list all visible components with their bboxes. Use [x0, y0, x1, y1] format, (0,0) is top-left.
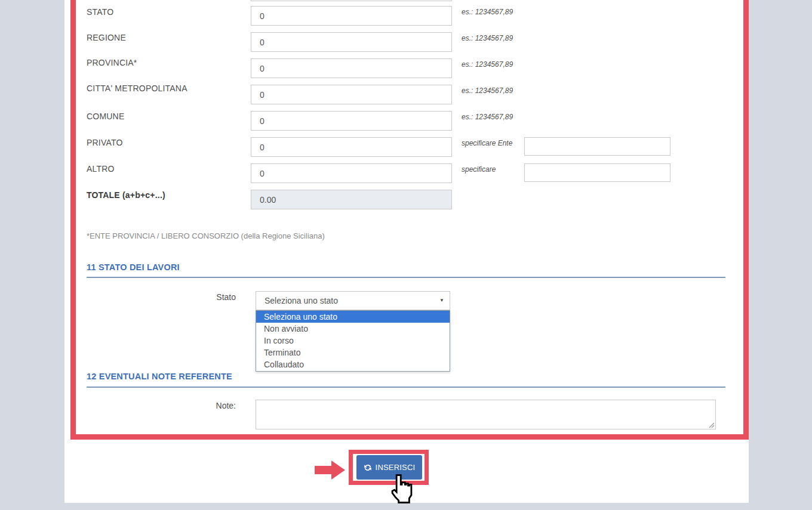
- option-seleziona-uno-stato[interactable]: Seleziona uno stato: [256, 311, 450, 323]
- field-label-altro: ALTRO: [87, 164, 245, 174]
- hint-comune: es.: 1234567,89: [462, 113, 513, 121]
- field-label-citta-metropolitana: CITTA' METROPOLITANA: [87, 84, 245, 93]
- hint-stato: es.: 1234567,89: [462, 8, 513, 16]
- section-divider: [87, 277, 725, 278]
- option-terminato[interactable]: Terminato: [256, 347, 450, 358]
- option-in-corso[interactable]: In corso: [256, 335, 450, 347]
- input-specificare-ente[interactable]: [524, 137, 670, 156]
- section-title-stato-dei-lavori: 11 STATO DEI LAVORI: [87, 262, 180, 272]
- input-altro[interactable]: [251, 163, 452, 183]
- field-label-regione: REGIONE: [87, 33, 245, 42]
- hint-citta-metropolitana: es.: 1234567,89: [462, 86, 513, 95]
- stato-field-label: Stato: [167, 292, 236, 302]
- hint-regione: es.: 1234567,89: [462, 34, 513, 42]
- input-citta-metropolitana[interactable]: [251, 85, 452, 104]
- input-specificare[interactable]: [524, 163, 670, 182]
- hint-specificare: specificare: [462, 165, 496, 174]
- stato-select-value: Seleziona uno stato: [264, 296, 338, 305]
- input-regione[interactable]: [251, 32, 452, 52]
- refresh-icon: [364, 463, 372, 472]
- inserisci-button[interactable]: INSERISCI: [356, 455, 422, 480]
- stato-select[interactable]: Seleziona uno stato ▼: [256, 291, 450, 310]
- hint-specificare-ente: specificare Ente: [462, 139, 512, 147]
- field-label-privato: PRIVATO: [87, 138, 245, 147]
- input-stato[interactable]: [251, 6, 452, 26]
- footnote-ente-provincia: *ENTE PROVINCIA / LIBERO CONSORZIO (dell…: [87, 231, 325, 240]
- inserisci-button-label: INSERISCI: [376, 463, 416, 472]
- hint-provincia: es.: 1234567,89: [462, 60, 513, 69]
- input-provincia[interactable]: [251, 58, 452, 78]
- option-collaudato[interactable]: Collaudato: [256, 358, 450, 370]
- section-title-note-referente: 12 EVENTUALI NOTE REFERENTE: [87, 372, 232, 381]
- cutoff-input-above[interactable]: [251, 0, 452, 1]
- input-totale: [251, 190, 452, 209]
- red-arrow-icon: [315, 460, 345, 480]
- field-label-totale: TOTALE (a+b+c+...): [87, 190, 245, 200]
- field-label-provincia: PROVINCIA*: [87, 58, 245, 67]
- section-divider: [87, 387, 725, 388]
- caret-down-icon: ▼: [439, 292, 444, 310]
- stato-dropdown-list: Seleziona uno stato Non avviato In corso…: [256, 310, 450, 372]
- option-non-avviato[interactable]: Non avviato: [256, 323, 450, 335]
- field-label-comune: COMUNE: [87, 112, 245, 121]
- input-privato[interactable]: [251, 137, 452, 157]
- note-textarea[interactable]: [256, 400, 716, 429]
- note-field-label: Note:: [167, 401, 236, 410]
- input-comune[interactable]: [251, 111, 452, 131]
- field-label-stato: STATO: [87, 7, 245, 17]
- page: STATO es.: 1234567,89 REGIONE es.: 12345…: [0, 0, 812, 510]
